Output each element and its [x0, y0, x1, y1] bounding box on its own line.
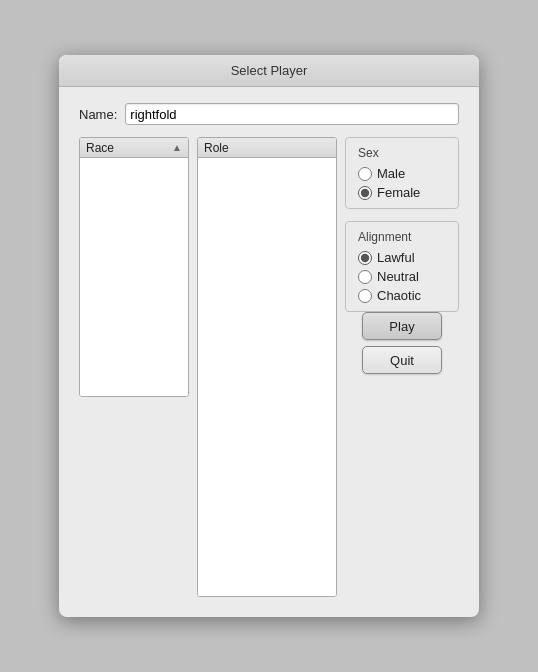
alignment-chaotic-radio[interactable] — [358, 289, 372, 303]
sex-female-label: Female — [377, 185, 420, 200]
alignment-neutral-option[interactable]: Neutral — [358, 269, 446, 284]
alignment-group: Alignment Lawful Neutral Chaotic — [345, 221, 459, 312]
titlebar: Select Player — [59, 55, 479, 87]
race-sort-arrow: ▲ — [172, 142, 182, 153]
name-row: Name: — [79, 103, 459, 125]
role-list: Role — [197, 137, 337, 597]
race-list-body[interactable] — [80, 158, 188, 396]
select-player-window: Select Player Name: Race ▲ Role — [59, 55, 479, 617]
main-area: Race ▲ Role Sex Male — [79, 137, 459, 597]
quit-button[interactable]: Quit — [362, 346, 442, 374]
sex-female-radio[interactable] — [358, 186, 372, 200]
sex-male-label: Male — [377, 166, 405, 181]
alignment-chaotic-label: Chaotic — [377, 288, 421, 303]
alignment-neutral-radio[interactable] — [358, 270, 372, 284]
bottom-buttons: Play Quit — [345, 312, 459, 374]
alignment-group-label: Alignment — [358, 230, 446, 244]
sex-female-option[interactable]: Female — [358, 185, 446, 200]
sex-male-option[interactable]: Male — [358, 166, 446, 181]
right-column: Sex Male Female Alignment Lawful — [345, 137, 459, 374]
race-list: Race ▲ — [79, 137, 189, 397]
role-header-label: Role — [204, 141, 229, 155]
alignment-lawful-option[interactable]: Lawful — [358, 250, 446, 265]
sex-group-label: Sex — [358, 146, 446, 160]
role-list-header: Role — [198, 138, 336, 158]
alignment-lawful-label: Lawful — [377, 250, 415, 265]
name-input[interactable] — [125, 103, 459, 125]
sex-male-radio[interactable] — [358, 167, 372, 181]
sex-group: Sex Male Female — [345, 137, 459, 209]
race-list-header: Race ▲ — [80, 138, 188, 158]
role-list-body[interactable] — [198, 158, 336, 596]
name-label: Name: — [79, 107, 117, 122]
race-header-label: Race — [86, 141, 114, 155]
alignment-lawful-radio[interactable] — [358, 251, 372, 265]
alignment-neutral-label: Neutral — [377, 269, 419, 284]
alignment-chaotic-option[interactable]: Chaotic — [358, 288, 446, 303]
window-title: Select Player — [231, 63, 308, 78]
play-button[interactable]: Play — [362, 312, 442, 340]
